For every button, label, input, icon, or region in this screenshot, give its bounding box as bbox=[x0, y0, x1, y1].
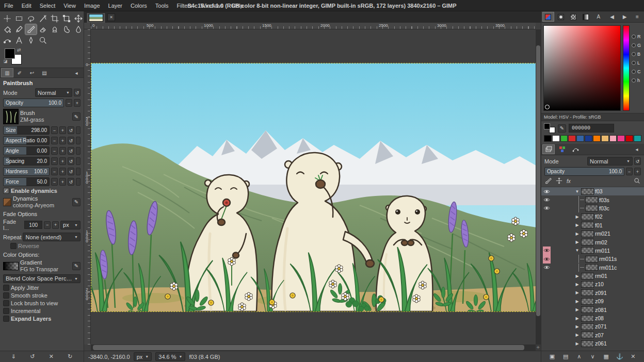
visibility-toggle[interactable] bbox=[543, 255, 551, 263]
mode-reset-button[interactable]: ↺ bbox=[74, 89, 81, 96]
tab-undo-history[interactable]: ↩ bbox=[26, 68, 38, 77]
menu-filters[interactable]: Filters bbox=[173, 1, 197, 10]
size-reset[interactable]: ↺ bbox=[68, 126, 74, 134]
brush-preview[interactable] bbox=[3, 109, 19, 124]
visibility-toggle[interactable] bbox=[543, 331, 551, 339]
expander-icon[interactable]: ▶ bbox=[574, 333, 580, 337]
layer-row[interactable]: ▶ f01 bbox=[541, 221, 644, 229]
expander-icon[interactable]: ▼ bbox=[574, 189, 580, 194]
layer-row[interactable]: f03c bbox=[541, 204, 644, 212]
paintbrush-tool-icon[interactable] bbox=[25, 24, 37, 35]
expander-icon[interactable]: ▶ bbox=[574, 282, 580, 287]
layer-name[interactable]: rm011s bbox=[599, 256, 617, 262]
zoom-select[interactable]: 34.6 % ▼ bbox=[155, 352, 185, 361]
search-icon[interactable] bbox=[634, 177, 640, 185]
new-layer-group-button[interactable]: ▤ bbox=[560, 352, 571, 361]
delete-layer-button[interactable]: ✕ bbox=[628, 352, 638, 361]
fade-increment[interactable]: + bbox=[52, 221, 59, 229]
tab-paths[interactable] bbox=[569, 144, 582, 154]
delete-tool-preset-button[interactable]: ✕ bbox=[46, 352, 56, 361]
new-layer-button[interactable]: ▣ bbox=[547, 352, 557, 361]
ruler-corner[interactable] bbox=[84, 23, 91, 29]
duplicate-layer-button[interactable]: ▦ bbox=[601, 352, 611, 361]
expand-layers-checkbox[interactable] bbox=[3, 316, 9, 322]
alignment-tool-icon[interactable] bbox=[2, 13, 13, 24]
gradient-preview[interactable] bbox=[3, 262, 19, 270]
aspect-ratio-slider[interactable]: Aspect Ratio 0.00 bbox=[3, 136, 50, 145]
hue-strip[interactable] bbox=[623, 25, 630, 111]
history-swatch[interactable] bbox=[552, 135, 560, 142]
angle-slider[interactable]: Angle 0.00 bbox=[3, 146, 50, 155]
lock-brush-checkbox[interactable] bbox=[3, 300, 9, 306]
layer-opacity-increment[interactable]: + bbox=[634, 168, 641, 175]
size-increment[interactable]: + bbox=[59, 126, 66, 134]
spacing-decrement[interactable]: − bbox=[51, 157, 58, 165]
aspect-link-toggle[interactable] bbox=[76, 137, 81, 144]
move-tool-icon[interactable] bbox=[73, 13, 84, 24]
tab-patterns[interactable] bbox=[568, 12, 579, 22]
lower-layer-button[interactable]: ∨ bbox=[587, 352, 598, 361]
tab-colors[interactable] bbox=[542, 12, 554, 22]
ink-tool-icon[interactable] bbox=[25, 35, 37, 45]
incremental-checkbox[interactable] bbox=[3, 308, 9, 314]
canvas-viewport[interactable] bbox=[91, 29, 536, 344]
enable-dynamics-checkbox[interactable]: ✓ bbox=[3, 188, 9, 194]
expander-icon[interactable]: ▶ bbox=[574, 324, 580, 329]
expander-icon[interactable]: ▶ bbox=[574, 223, 580, 227]
tab-scroll-right[interactable]: ▶ bbox=[619, 12, 630, 22]
menu-view[interactable]: View bbox=[59, 1, 80, 10]
smudge-tool-icon[interactable] bbox=[61, 24, 72, 35]
angle-reset[interactable]: ↺ bbox=[68, 147, 74, 155]
menu-file[interactable]: File bbox=[0, 1, 18, 10]
size-decrement[interactable]: − bbox=[51, 126, 58, 134]
spacing-increment[interactable]: + bbox=[59, 157, 66, 165]
opacity-increment[interactable]: + bbox=[74, 99, 81, 107]
dock-menu-icon[interactable]: ◂ bbox=[631, 144, 643, 154]
aspect-increment[interactable]: + bbox=[59, 137, 66, 144]
angle-link-toggle[interactable] bbox=[76, 147, 81, 155]
menu-windows[interactable]: Windows bbox=[196, 1, 228, 10]
restore-tool-preset-button[interactable]: ↺ bbox=[27, 352, 38, 361]
channel-b[interactable]: B bbox=[632, 50, 642, 58]
default-colors-icon[interactable]: ◪ bbox=[4, 59, 8, 63]
layer-row[interactable]: ▼ rm011 bbox=[541, 246, 644, 255]
raise-layer-button[interactable]: ∧ bbox=[574, 352, 584, 361]
layer-effects-icon[interactable]: fx bbox=[567, 178, 571, 184]
expander-icon[interactable]: ▼ bbox=[574, 248, 580, 253]
layer-name[interactable]: rm01 bbox=[595, 273, 607, 279]
repeat-select[interactable]: None (extend) ▼ bbox=[23, 233, 81, 241]
visibility-toggle[interactable] bbox=[543, 264, 551, 272]
layer-name[interactable]: rm021 bbox=[595, 231, 610, 237]
lock-position-icon[interactable] bbox=[556, 177, 562, 185]
layer-row[interactable]: rm011c bbox=[541, 264, 644, 272]
paths-tool-icon[interactable] bbox=[2, 35, 13, 45]
hardness-increment[interactable]: + bbox=[59, 168, 66, 175]
layer-name[interactable]: z091 bbox=[595, 290, 607, 296]
swap-colors-icon[interactable]: ⇄ bbox=[17, 47, 21, 53]
size-slider[interactable]: Size 298.00 bbox=[3, 126, 50, 135]
layer-name[interactable]: f03 bbox=[595, 188, 603, 194]
menu-colors[interactable]: Colors bbox=[126, 1, 151, 10]
dock-menu-icon[interactable]: ≡ bbox=[632, 12, 643, 22]
visibility-toggle[interactable] bbox=[543, 229, 551, 238]
menu-select[interactable]: Select bbox=[36, 1, 60, 10]
fg-bg-chips[interactable] bbox=[544, 123, 555, 133]
layer-row[interactable]: ▶ f02 bbox=[541, 212, 644, 221]
tab-tool-options[interactable]: ▥ bbox=[1, 68, 13, 77]
expander-icon[interactable]: ▶ bbox=[574, 299, 580, 304]
mode-select[interactable]: Normal ▼ bbox=[35, 88, 72, 97]
history-swatch[interactable] bbox=[576, 135, 584, 142]
layer-name[interactable]: z10 bbox=[595, 281, 604, 287]
history-swatch[interactable] bbox=[625, 135, 633, 142]
text-tool-icon[interactable] bbox=[13, 35, 25, 45]
blur-tool-icon[interactable] bbox=[73, 24, 84, 35]
canvas[interactable] bbox=[91, 63, 536, 311]
fade-decrement[interactable]: − bbox=[44, 221, 51, 229]
clone-tool-icon[interactable] bbox=[49, 24, 60, 35]
visibility-toggle[interactable] bbox=[543, 212, 551, 221]
angle-increment[interactable]: + bbox=[59, 147, 66, 155]
visibility-toggle[interactable] bbox=[543, 289, 551, 297]
lock-pixels-icon[interactable] bbox=[545, 177, 552, 185]
layer-opacity-decrement[interactable]: − bbox=[626, 168, 633, 175]
rectangle-select-tool-icon[interactable] bbox=[13, 13, 25, 24]
